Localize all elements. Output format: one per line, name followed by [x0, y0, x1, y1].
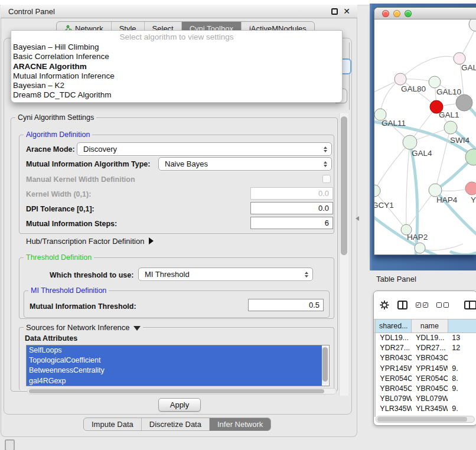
splitter-collapse-icon[interactable]: [356, 216, 359, 221]
node-label: GAL: [461, 63, 476, 72]
group-title: Threshold Definition: [24, 253, 94, 262]
collapsed-panel-icon[interactable]: [5, 439, 15, 450]
network-node-gal10[interactable]: [429, 76, 441, 88]
manual-kernel-width-checkbox: [322, 175, 331, 183]
table-row[interactable]: YDL19... YDL19... 13: [374, 333, 476, 343]
table-mode-icon[interactable]: [464, 301, 476, 309]
network-window-titlebar: [374, 8, 476, 19]
mac-zoom-icon[interactable]: [405, 10, 412, 17]
table-panel-title: Table Panel: [376, 275, 416, 283]
tab-impute-data[interactable]: Impute Data: [84, 418, 141, 431]
table-row[interactable]: YER054C YER054C 8.: [374, 374, 476, 384]
list-item[interactable]: SelfLoops: [27, 345, 322, 356]
manual-kernel-width-label: Manual Kernel Width Definition: [26, 175, 135, 184]
table-row[interactable]: YBR045C YBR045C 9.: [374, 384, 476, 394]
scrollbar-thumb[interactable]: [377, 417, 467, 422]
table-row[interactable]: YLR345W YLR345W 9.: [374, 404, 476, 414]
hub-definition-toggle[interactable]: Hub/Transcription Factor Definition: [26, 237, 154, 246]
close-icon[interactable]: ✕: [343, 8, 350, 15]
column-layout-icon[interactable]: [397, 301, 407, 309]
group-title: MI Threshold Definition: [28, 286, 109, 295]
list-vertical-scrollbar[interactable]: [322, 346, 328, 385]
scrollbar-thumb[interactable]: [29, 389, 324, 393]
list-item[interactable]: BetweennessCentrality: [27, 366, 322, 376]
float-window-icon[interactable]: [331, 8, 338, 15]
menu-item-mutual-information[interactable]: Mutual Information Inference: [11, 71, 342, 81]
select-all-icon[interactable]: ✓✓: [416, 302, 428, 308]
group-title: Cyni Algorithm Settings: [15, 113, 96, 122]
table-horizontal-scrollbar[interactable]: [376, 416, 475, 423]
node-label: GAL80: [401, 84, 426, 93]
which-threshold-combobox[interactable]: MI Threshold: [138, 268, 313, 281]
mac-close-icon[interactable]: [382, 10, 389, 17]
menu-item-bayesian-k2[interactable]: Bayesian – K2: [11, 81, 342, 90]
horizontal-scrollbar[interactable]: [27, 388, 337, 394]
network-node-hap4[interactable]: [429, 184, 442, 197]
network-node-gal80[interactable]: [395, 73, 406, 85]
dpi-tolerance-label: DPI Tolerance [0,1]:: [26, 205, 94, 213]
tab-infer-network[interactable]: Infer Network: [209, 418, 270, 431]
list-item[interactable]: TopologicalCoefficient: [27, 356, 322, 366]
mi-steps-field[interactable]: [250, 217, 333, 229]
menu-item-basic-correlation[interactable]: Basic Correlation Inference: [11, 52, 342, 61]
mac-minimize-icon[interactable]: [393, 10, 400, 17]
mi-steps-label: Mutual Information Steps:: [26, 220, 117, 228]
aracne-mode-label: Aracne Mode:: [26, 145, 75, 154]
node-label: HAP4: [436, 195, 458, 204]
group-title: Algorithm Definition: [24, 131, 92, 139]
column-header-name[interactable]: name: [412, 319, 448, 332]
table-row[interactable]: YBL079W YBL079W: [374, 394, 476, 404]
node-label: Y: [471, 195, 476, 204]
network-node[interactable]: [454, 53, 465, 64]
node-label: GAL4: [412, 149, 432, 158]
menu-item-aracne[interactable]: ARACNE Algorithm: [11, 62, 342, 71]
network-view-window: GAL GAL80 GAL10 GAL1 GAL11 SWI4 GAL4 HAP…: [374, 7, 476, 255]
combo-stepper-icon: [321, 161, 330, 167]
deselect-all-icon[interactable]: [436, 302, 449, 308]
network-node-gray[interactable]: [456, 94, 472, 111]
dpi-tolerance-field[interactable]: [250, 202, 333, 214]
table-row[interactable]: YBR043C YBR043C: [374, 353, 476, 363]
network-node[interactable]: [469, 19, 476, 31]
which-threshold-label: Which threshold to use:: [50, 271, 133, 279]
obscured-groupbox-edge: [349, 43, 350, 110]
mi-threshold-label: Mutual Information Threshold:: [30, 302, 136, 311]
node-label: SWI4: [450, 136, 470, 145]
column-header-clipped[interactable]: [448, 319, 476, 332]
combo-stepper-icon: [321, 146, 330, 152]
mi-algorithm-type-label: Mutual Information Algorithm Type:: [26, 160, 150, 168]
control-panel-title: Control Panel: [1, 7, 55, 16]
scrollbar-thumb[interactable]: [341, 116, 347, 255]
column-header-shared-name[interactable]: shared...: [376, 319, 412, 332]
bottom-tabbar: Impute Data Discretize Data Infer Networ…: [83, 418, 271, 431]
table-toolbar: ✓✓: [374, 291, 476, 319]
mi-algorithm-type-combobox[interactable]: Naive Bayes: [158, 157, 332, 171]
network-node-gcy1[interactable]: [374, 185, 380, 197]
gear-icon[interactable]: [380, 300, 389, 310]
node-label: GAL11: [382, 119, 406, 128]
settings-vertical-scrollbar[interactable]: [339, 113, 348, 396]
selected-rows: SelfLoops TopologicalCoefficient Between…: [27, 345, 322, 386]
menu-item-dream8[interactable]: Dream8 DC_TDC Algorithm: [11, 90, 342, 100]
network-node-gal4[interactable]: [403, 135, 417, 149]
scrollbar-thumb[interactable]: [322, 347, 328, 381]
table-row[interactable]: YDR27... YDR27... 12: [374, 343, 476, 353]
aracne-mode-combobox[interactable]: Discovery: [77, 142, 332, 156]
popup-placeholder: Select algorithm to view settings: [11, 31, 342, 43]
network-node-salmon[interactable]: [465, 182, 476, 195]
network-canvas[interactable]: GAL GAL80 GAL10 GAL1 GAL11 SWI4 GAL4 HAP…: [374, 19, 476, 255]
list-item[interactable]: gal4RGexp: [27, 376, 322, 386]
mi-threshold-field[interactable]: [248, 299, 324, 311]
table-row[interactable]: YPR145W YPR145W 9.: [374, 364, 476, 374]
data-attributes-label: Data Attributes: [25, 334, 77, 343]
table-panel-window: ✓✓ shared... name YDL19... YDL19... 13 Y…: [373, 291, 476, 426]
collapsed-arrow-icon: [149, 237, 154, 244]
data-attributes-list: SelfLoops TopologicalCoefficient Between…: [26, 345, 330, 386]
network-node[interactable]: [444, 121, 457, 134]
network-node[interactable]: [415, 243, 425, 253]
expanded-arrow-icon: [133, 326, 141, 331]
apply-button[interactable]: Apply: [158, 398, 201, 412]
menu-item-bayesian-hill-climbing[interactable]: Bayesian – Hill Climbing: [11, 43, 342, 52]
kernel-width-field: [250, 187, 333, 200]
tab-discretize-data[interactable]: Discretize Data: [141, 418, 209, 431]
